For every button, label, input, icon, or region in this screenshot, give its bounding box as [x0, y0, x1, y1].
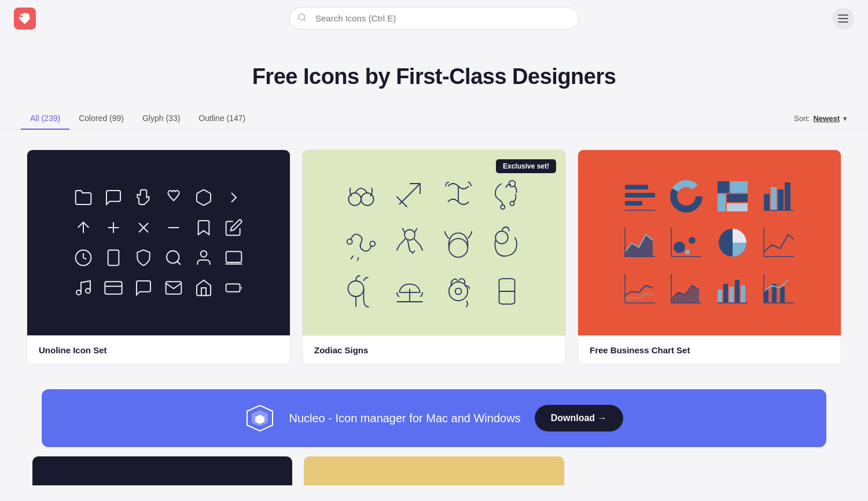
- menu-button[interactable]: [832, 8, 854, 30]
- svg-rect-46: [625, 185, 648, 189]
- search-icon: [297, 13, 307, 24]
- tab-outline[interactable]: Outline (147): [189, 108, 255, 130]
- chart-line2: [620, 269, 660, 309]
- chart-donut: [667, 177, 706, 216]
- banner-wrapper: Nucleo - Icon manager for Mac and Window…: [0, 385, 868, 456]
- sort-label: Sort:: [794, 114, 810, 123]
- icon-arrow-right: [223, 187, 244, 208]
- svg-point-28: [510, 202, 514, 206]
- svg-rect-17: [105, 281, 122, 294]
- svg-point-13: [201, 251, 207, 257]
- svg-point-65: [674, 242, 685, 253]
- zodiac-aries: [340, 173, 382, 215]
- zodiac-taurus: [437, 222, 479, 264]
- app-logo[interactable]: [14, 8, 36, 30]
- card-unoline-preview: [27, 150, 290, 335]
- svg-rect-78: [723, 284, 728, 302]
- icon-creditcard: [103, 277, 124, 298]
- card-charts[interactable]: Free Business Chart Set: [578, 149, 841, 365]
- icon-shield: [133, 247, 154, 268]
- chart-bar-h: [620, 177, 660, 216]
- chart-grid: [606, 163, 812, 323]
- search-bar: [289, 7, 579, 30]
- svg-rect-19: [226, 284, 240, 291]
- svg-point-36: [348, 281, 364, 297]
- chart-area: [620, 223, 660, 262]
- icon-laptop: [223, 247, 244, 268]
- svg-point-42: [455, 288, 462, 295]
- icon-message: [133, 277, 154, 298]
- chart-pie: [713, 223, 752, 262]
- zodiac-grid: [326, 159, 542, 326]
- chart-line: [759, 223, 799, 262]
- card-charts-preview: [578, 150, 841, 335]
- svg-rect-79: [729, 287, 734, 302]
- icon-minus: [163, 217, 184, 238]
- svg-point-52: [678, 188, 694, 204]
- svg-line-23: [399, 184, 420, 204]
- icon-hand: [133, 187, 154, 208]
- svg-rect-85: [780, 287, 785, 302]
- svg-point-34: [449, 239, 468, 257]
- chart-bar2: [713, 269, 752, 309]
- svg-rect-57: [727, 203, 748, 211]
- tab-all[interactable]: All (239): [21, 108, 69, 130]
- zodiac-gemini: [486, 270, 528, 312]
- icon-search: [163, 247, 184, 268]
- download-button[interactable]: Download →: [535, 405, 623, 431]
- tab-glyph[interactable]: Glyph (33): [133, 108, 189, 130]
- sort-value[interactable]: Newest: [813, 114, 840, 123]
- svg-point-66: [689, 237, 696, 244]
- icon-mail: [163, 277, 184, 298]
- card-zodiac[interactable]: Exclusive set!: [302, 149, 566, 365]
- svg-line-12: [177, 261, 181, 265]
- bottom-cards-row: [0, 456, 868, 485]
- zodiac-capricorn: [486, 222, 528, 264]
- svg-rect-80: [735, 280, 740, 302]
- zodiac-virgo: [340, 270, 382, 312]
- svg-rect-61: [785, 182, 790, 210]
- zodiac-scorpio-flask: [486, 173, 528, 215]
- bottom-card-dark[interactable]: [32, 456, 292, 485]
- icon-battery: [223, 277, 244, 298]
- svg-point-15: [76, 290, 81, 295]
- svg-point-67: [685, 250, 690, 254]
- svg-rect-77: [718, 290, 722, 302]
- icon-plus: [103, 217, 124, 238]
- zodiac-cancer: [340, 222, 382, 264]
- tabs-bar: All (239) Colored (99) Glyph (33) Outlin…: [0, 108, 868, 130]
- svg-rect-58: [764, 194, 770, 210]
- chart-bar-v: [759, 177, 799, 216]
- zodiac-scorpion: [389, 222, 431, 264]
- svg-rect-53: [718, 181, 729, 193]
- icon-home: [193, 277, 214, 298]
- zodiac-sagittarius: [389, 173, 431, 215]
- card-unoline[interactable]: Unoline Icon Set: [27, 149, 290, 365]
- bottom-card-tan[interactable]: [304, 456, 564, 485]
- svg-point-11: [167, 251, 179, 263]
- svg-line-32: [358, 257, 359, 261]
- svg-point-26: [501, 205, 505, 209]
- unoline-icon-grid: [50, 170, 267, 316]
- card-unoline-label: Unoline Icon Set: [27, 335, 290, 364]
- tab-colored[interactable]: Colored (99): [69, 108, 133, 130]
- svg-point-30: [370, 241, 375, 246]
- icon-chat: [103, 187, 124, 208]
- chart-area2: [667, 269, 706, 309]
- cards-grid: Unoline Icon Set Exclusive set!: [0, 130, 868, 385]
- icon-user: [193, 247, 214, 268]
- svg-rect-47: [625, 193, 655, 198]
- svg-rect-60: [778, 189, 784, 210]
- menu-line: [838, 14, 848, 16]
- svg-line-1: [304, 19, 306, 21]
- icon-bookmark: [193, 217, 214, 238]
- icon-arrow-up: [73, 217, 94, 238]
- zodiac-pisces: [437, 173, 479, 215]
- svg-rect-48: [625, 201, 642, 206]
- svg-rect-9: [108, 250, 119, 266]
- nucleo-logo: [245, 403, 275, 433]
- search-input[interactable]: [289, 7, 579, 30]
- card-zodiac-preview: Exclusive set!: [303, 150, 565, 335]
- svg-point-0: [299, 14, 305, 20]
- chart-combo: [759, 269, 799, 309]
